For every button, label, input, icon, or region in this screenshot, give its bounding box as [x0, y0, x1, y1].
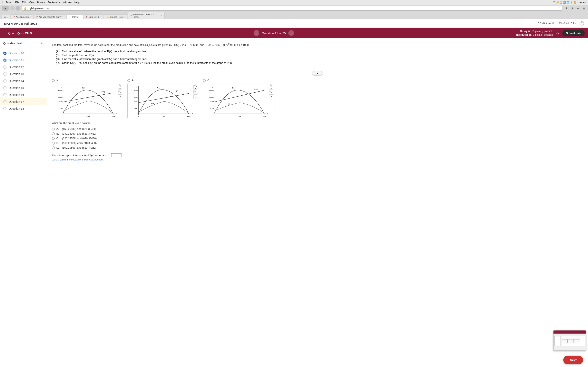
- tab-ready[interactable]: P Are you ready to start? ×: [34, 15, 66, 19]
- new-tab-button[interactable]: +: [576, 6, 580, 11]
- question-item-16[interactable]: Question 16: [0, 91, 47, 98]
- grid-view-button[interactable]: ⊞: [581, 6, 586, 11]
- question-10-radio: [3, 52, 7, 55]
- graph-b-radio[interactable]: [127, 79, 130, 82]
- edit-menu[interactable]: Edit: [22, 1, 26, 4]
- collapse-sidebar-button[interactable]: ⇤: [41, 41, 43, 45]
- tab-ready-label: Are you ready to start?: [39, 16, 61, 18]
- help-icon[interactable]: ?: [580, 21, 584, 25]
- graph-c-zoom-in[interactable]: 🔍+: [269, 85, 273, 89]
- safari-menu[interactable]: Safari: [6, 1, 12, 4]
- tab-quiz[interactable]: P Quiz CH 9 ×: [84, 15, 104, 19]
- question-item-11[interactable]: Question 11: [0, 57, 47, 64]
- sidebar-toggle[interactable]: ⊞: [2, 6, 9, 11]
- hamburger-menu-icon[interactable]: ☰: [3, 31, 6, 35]
- question-item-18[interactable]: Question 18: [0, 105, 47, 112]
- next-button[interactable]: Next: [563, 356, 583, 364]
- reload-icon[interactable]: ↺: [558, 7, 561, 10]
- question-item-15[interactable]: Question 15: [0, 84, 47, 91]
- graph-c-expand[interactable]: ⤢: [269, 94, 273, 99]
- datetime: 4:16 PM: [578, 1, 586, 4]
- svg-text:P(x): P(x): [227, 103, 230, 105]
- xintercept-hint[interactable]: (Use a comma to separate answers as need…: [52, 158, 583, 161]
- url-text: mylab.pearson.com: [28, 7, 49, 10]
- graph-a-zoom-out[interactable]: 🔍-: [118, 90, 122, 94]
- tab-player-close[interactable]: ×: [79, 16, 80, 18]
- question-14-label: Question 14: [9, 79, 24, 83]
- question-item-13[interactable]: Question 13: [0, 71, 47, 77]
- new-tab-btn[interactable]: +: [166, 15, 170, 19]
- graph-b-zoom-out[interactable]: 🔍-: [193, 90, 198, 94]
- graph-option-c: C. y x 50000 33680 23680 10000 0 500: [203, 79, 274, 118]
- tab-coursehero[interactable]: ⭐ Course Hero ×: [104, 15, 128, 19]
- settings-icon[interactable]: ⚙: [556, 31, 559, 35]
- xintercept-input[interactable]: [111, 153, 121, 157]
- breakeven-d-radio[interactable]: [52, 142, 55, 145]
- svg-text:10000: 10000: [58, 108, 62, 109]
- question-17-radio: [3, 100, 7, 103]
- svg-text:23680: 23680: [134, 100, 138, 102]
- tab-ready-close[interactable]: ×: [62, 16, 63, 18]
- breakeven-label: What are the break-even points?: [52, 122, 583, 125]
- breakeven-c-radio[interactable]: [52, 137, 55, 140]
- question-list-items: Question 10 Question 11 Question 12 Ques…: [0, 48, 47, 114]
- breakeven-option-c[interactable]: C. (320,29568) and (629,38480): [52, 136, 583, 141]
- back-button[interactable]: ‹: [10, 6, 15, 11]
- question-text: The total cost and the total revenue (in…: [52, 42, 583, 47]
- breakeven-a-radio[interactable]: [52, 128, 55, 131]
- tab-grades[interactable]: P My Grades – Fall 2023 Finite... ×: [128, 12, 164, 19]
- next-question-button[interactable]: ›: [288, 30, 294, 36]
- question-item-12[interactable]: Question 12: [0, 64, 47, 71]
- breakeven-c-label: C.: [56, 137, 61, 140]
- graph-a-radio[interactable]: [52, 79, 55, 82]
- apple-menu[interactable]: : [2, 1, 3, 4]
- breakeven-option-b[interactable]: B. (240,25267) and (629,34632): [52, 131, 583, 136]
- graph-b-expand[interactable]: ⤢: [193, 94, 198, 99]
- graph-a-expand[interactable]: ⤢: [118, 94, 122, 99]
- main-content: The total cost and the total revenue (in…: [47, 38, 588, 367]
- question-parts: (A) Find the value of x where the graph …: [56, 50, 583, 64]
- download-button[interactable]: ⬇: [564, 6, 569, 11]
- breakeven-option-e[interactable]: E. (160,29568) and (629,44252): [52, 145, 583, 150]
- xintercept-prefix: The x-intercepts of the graph of P(x) oc…: [52, 154, 109, 157]
- bookmarks-menu[interactable]: Bookmarks: [48, 1, 60, 4]
- svg-text:C(x): C(x): [102, 91, 105, 93]
- tab-assignments[interactable]: P Assignments ×: [11, 15, 33, 19]
- question-item-14[interactable]: Question 14: [0, 77, 47, 84]
- question-item-10[interactable]: Question 10: [0, 50, 47, 57]
- svg-text:50000: 50000: [58, 90, 62, 92]
- graph-b-svg: y x 50000 38680 23680 10000 0 500 1000 R…: [128, 84, 199, 118]
- help-menu[interactable]: Help: [74, 1, 79, 4]
- submit-quiz-button[interactable]: Submit quiz: [562, 30, 585, 36]
- tab-coursehero-close[interactable]: ×: [124, 16, 125, 18]
- breakeven-e-radio[interactable]: [52, 146, 55, 149]
- view-menu[interactable]: View: [29, 1, 35, 4]
- breakeven-option-a[interactable]: A. (160,26880) and (629,38480): [52, 127, 583, 131]
- tab-assignments-close[interactable]: ×: [30, 16, 31, 18]
- address-bar[interactable]: 🔒 mylab.pearson.com ↺: [22, 6, 563, 11]
- window-menu[interactable]: Window: [63, 1, 72, 4]
- prev-question-button[interactable]: ‹: [254, 30, 259, 36]
- username: DONIA Alzoubi: [538, 22, 554, 25]
- forward-button[interactable]: ›: [16, 6, 20, 11]
- tab-grades-close[interactable]: ×: [161, 15, 162, 17]
- tab-player[interactable]: ⏵ Player ×: [67, 15, 83, 19]
- question-item-17[interactable]: Question 17: [0, 98, 47, 105]
- graph-c-zoom-out[interactable]: 🔍-: [269, 90, 273, 94]
- tab-g-close[interactable]: ×: [7, 16, 8, 18]
- quiz-name: Quiz CH 9: [17, 31, 32, 35]
- breakeven-b-radio[interactable]: [52, 132, 55, 135]
- breakeven-option-d[interactable]: D. (160,26880) and (740,38480): [52, 141, 583, 145]
- graph-c-container: y x 50000 33680 23680 10000 0 500 1000 R…: [203, 83, 274, 118]
- file-menu[interactable]: File: [15, 1, 19, 4]
- graph-c-radio[interactable]: [203, 79, 206, 82]
- svg-text:10000: 10000: [209, 108, 214, 109]
- tab-quiz-close[interactable]: ×: [100, 16, 101, 18]
- graph-a-zoom-in[interactable]: 🔍+: [118, 85, 122, 89]
- graph-b-zoom-in[interactable]: 🔍+: [193, 85, 198, 89]
- expand-button[interactable]: • • •: [312, 71, 323, 76]
- share-button[interactable]: ⬆: [570, 6, 575, 11]
- history-menu[interactable]: History: [37, 1, 45, 4]
- tab-g[interactable]: G ×: [2, 15, 10, 19]
- svg-text:P(x): P(x): [151, 102, 155, 104]
